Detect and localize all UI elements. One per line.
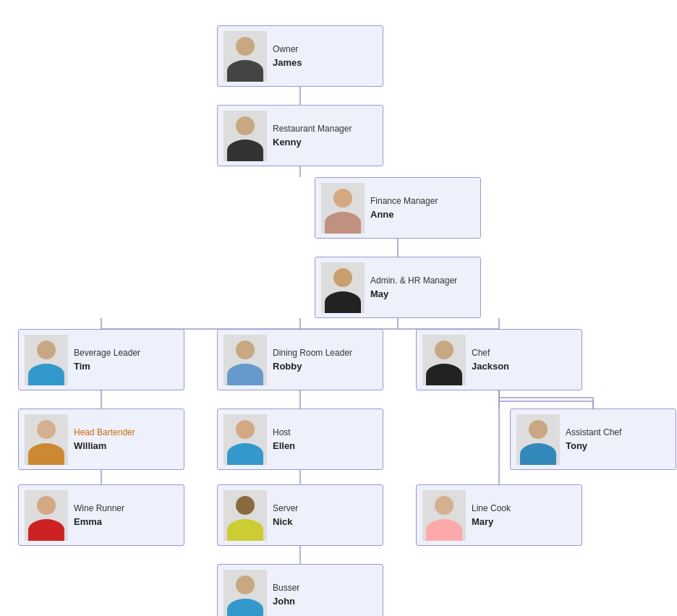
- avatar-nick: [223, 490, 267, 541]
- role-robby: Dining Room Leader: [273, 346, 352, 359]
- role-may: Admin. & HR Manager: [370, 274, 457, 287]
- name-ellen: Ellen: [273, 439, 295, 453]
- avatar-kenny: [223, 111, 267, 161]
- role-mary: Line Cook: [472, 502, 511, 515]
- name-jackson: Jackson: [472, 359, 509, 374]
- role-william: Head Bartender: [74, 426, 135, 439]
- name-nick: Nick: [273, 515, 298, 529]
- node-anne: Finance ManagerAnne: [315, 177, 481, 239]
- node-william: Head BartenderWilliam: [18, 408, 184, 470]
- avatar-jackson: [422, 335, 466, 385]
- node-john: BusserJohn: [217, 564, 383, 616]
- name-robby: Robby: [273, 359, 352, 374]
- name-emma: Emma: [74, 515, 124, 529]
- avatar-emma: [25, 490, 68, 541]
- name-anne: Anne: [370, 208, 438, 222]
- avatar-tony: [516, 414, 560, 465]
- node-jackson: ChefJackson: [416, 329, 582, 390]
- avatar-tim: [25, 335, 68, 385]
- avatar-mary: [422, 490, 466, 541]
- role-john: Busser: [273, 581, 299, 594]
- role-tim: Beverage Leader: [74, 346, 140, 359]
- node-kenny: Restaurant ManagerKenny: [217, 105, 383, 166]
- role-tony: Assistant Chef: [566, 426, 621, 439]
- role-anne: Finance Manager: [370, 194, 438, 208]
- role-james: Owner: [273, 43, 302, 56]
- name-tim: Tim: [74, 359, 140, 374]
- role-jackson: Chef: [472, 346, 509, 359]
- avatar-william: [25, 414, 68, 465]
- node-may: Admin. & HR ManagerMay: [315, 257, 481, 318]
- org-chart: OwnerJamesRestaurant ManagerKennyFinance…: [14, 14, 665, 616]
- avatar-robby: [223, 335, 267, 385]
- role-kenny: Restaurant Manager: [273, 122, 352, 135]
- name-william: William: [74, 439, 135, 453]
- avatar-anne: [321, 183, 365, 234]
- node-nick: ServerNick: [217, 484, 383, 546]
- node-mary: Line CookMary: [416, 484, 582, 546]
- avatar-may: [321, 262, 365, 313]
- node-robby: Dining Room LeaderRobby: [217, 329, 383, 390]
- name-john: John: [273, 594, 299, 609]
- role-nick: Server: [273, 502, 298, 515]
- name-tony: Tony: [566, 439, 621, 453]
- node-james: OwnerJames: [217, 25, 383, 87]
- name-james: James: [273, 56, 302, 70]
- node-ellen: HostEllen: [217, 408, 383, 470]
- avatar-james: [223, 31, 267, 82]
- role-emma: Wine Runner: [74, 502, 124, 515]
- name-may: May: [370, 287, 457, 301]
- role-ellen: Host: [273, 426, 295, 439]
- node-tony: Assistant ChefTony: [510, 408, 676, 470]
- node-tim: Beverage LeaderTim: [18, 329, 184, 390]
- avatar-john: [223, 570, 267, 617]
- name-mary: Mary: [472, 515, 511, 529]
- name-kenny: Kenny: [273, 135, 352, 150]
- node-emma: Wine RunnerEmma: [18, 484, 184, 546]
- avatar-ellen: [223, 414, 267, 465]
